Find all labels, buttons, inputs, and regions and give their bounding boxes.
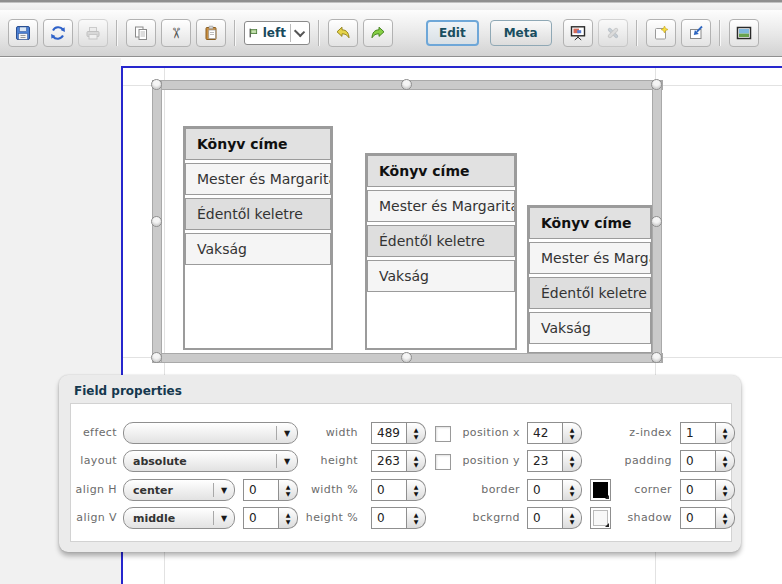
height-pct-input[interactable]: [371, 507, 407, 529]
list-item: Vakság: [185, 233, 331, 265]
chevron-down-icon[interactable]: [294, 26, 306, 38]
spinner-buttons[interactable]: ▲▼: [716, 507, 735, 529]
position-x-label: position x: [440, 422, 520, 444]
edit-tab-button[interactable]: Edit: [426, 20, 479, 46]
list-item: Mester és Margarita: [367, 190, 515, 222]
list-item: Mester és Margarita: [185, 163, 331, 195]
list-item: Édentől keletre: [367, 225, 515, 257]
cut-button[interactable]: ✂: [161, 19, 191, 47]
toolbar-separator: [234, 20, 236, 46]
align-h-select[interactable]: center ▼: [123, 479, 235, 501]
height-input[interactable]: [371, 450, 407, 472]
copy-button[interactable]: [126, 19, 156, 47]
z-index-input[interactable]: [680, 422, 716, 444]
list-field-3[interactable]: Könyv címe Mester és Margarita Édentől k…: [527, 205, 653, 354]
resize-handle-top-right[interactable]: [651, 79, 662, 90]
height-pct-spinner[interactable]: ▲▼: [371, 507, 426, 529]
spinner-buttons[interactable]: ▲▼: [563, 450, 582, 472]
shadow-label: shadow: [592, 507, 672, 529]
undo-arrow-icon: [335, 25, 351, 41]
width-input[interactable]: [371, 422, 407, 444]
border-input[interactable]: [527, 479, 563, 501]
border-spinner[interactable]: ▲▼: [527, 479, 582, 501]
corner-spinner[interactable]: ▲▼: [680, 479, 735, 501]
list-item: Mester és Margarita: [529, 242, 651, 274]
spinner-buttons[interactable]: ▲▼: [716, 422, 735, 444]
corner-label: corner: [592, 479, 672, 501]
resize-handle-top-left[interactable]: [151, 79, 162, 90]
width-pct-input[interactable]: [371, 479, 407, 501]
undo-button[interactable]: [328, 19, 358, 47]
align-flag-icon: [248, 26, 259, 40]
height-spinner[interactable]: ▲▼: [371, 450, 426, 472]
align-h-label: align H: [67, 479, 117, 501]
list-header: Könyv címe: [529, 207, 651, 239]
preview-button[interactable]: [563, 19, 593, 47]
resize-handle-middle-left[interactable]: [151, 216, 162, 227]
list-item: Édentől keletre: [185, 198, 331, 230]
projector-screen-icon: [570, 25, 586, 41]
paste-button[interactable]: [196, 19, 226, 47]
spinner-buttons[interactable]: ▲▼: [563, 422, 582, 444]
align-h-offset-input[interactable]: [243, 479, 279, 501]
corner-input[interactable]: [680, 479, 716, 501]
spinner-buttons[interactable]: ▲▼: [407, 479, 426, 501]
list-item: Vakság: [367, 260, 515, 292]
resize-handle-middle-right[interactable]: [651, 216, 662, 227]
dropdown-arrow-icon[interactable]: ▼: [214, 486, 234, 495]
refresh-button[interactable]: [43, 19, 73, 47]
position-y-input[interactable]: [527, 450, 563, 472]
z-index-spinner[interactable]: ▲▼: [680, 422, 735, 444]
spinner-buttons[interactable]: ▲▼: [563, 479, 582, 501]
spinner-buttons[interactable]: ▲▼: [563, 507, 582, 529]
shadow-input[interactable]: [680, 507, 716, 529]
align-dropdown[interactable]: left: [244, 21, 310, 45]
bckgrnd-input[interactable]: [527, 507, 563, 529]
effect-select[interactable]: ▼: [123, 422, 298, 444]
layout-select[interactable]: absolute ▼: [123, 450, 298, 472]
window-top-strip: [0, 0, 782, 10]
resize-handle-top-center[interactable]: [401, 79, 412, 90]
resize-handle-bottom-right[interactable]: [651, 352, 662, 363]
width-spinner[interactable]: ▲▼: [371, 422, 426, 444]
refresh-icon: [50, 25, 66, 41]
toolbar-separator: [636, 20, 638, 46]
copy-icon: [133, 25, 149, 41]
bckgrnd-label: bckgrnd: [440, 507, 520, 529]
padding-spinner[interactable]: ▲▼: [680, 450, 735, 472]
insert-field-button[interactable]: [681, 19, 711, 47]
bckgrnd-spinner[interactable]: ▲▼: [527, 507, 582, 529]
align-h-value: center: [124, 484, 213, 497]
redo-button[interactable]: [363, 19, 393, 47]
align-v-offset-input[interactable]: [243, 507, 279, 529]
print-button[interactable]: [78, 19, 108, 47]
position-x-spinner[interactable]: ▲▼: [527, 422, 582, 444]
list-header: Könyv címe: [185, 128, 331, 160]
spinner-buttons[interactable]: ▲▼: [407, 450, 426, 472]
meta-tab-button[interactable]: Meta: [490, 20, 552, 46]
resize-handle-bottom-center[interactable]: [401, 352, 412, 363]
list-field-1[interactable]: Könyv címe Mester és Margarita Édentől k…: [183, 126, 333, 350]
spinner-buttons[interactable]: ▲▼: [716, 450, 735, 472]
image-icon: [736, 25, 752, 41]
align-dropdown-value: left: [263, 26, 286, 40]
list-field-2[interactable]: Könyv címe Mester és Margarita Édentől k…: [365, 153, 517, 350]
align-v-select[interactable]: middle ▼: [123, 507, 235, 529]
spinner-buttons[interactable]: ▲▼: [407, 422, 426, 444]
shadow-spinner[interactable]: ▲▼: [680, 507, 735, 529]
paste-icon: [203, 25, 219, 41]
list-item: Édentől keletre: [529, 277, 651, 309]
dropdown-arrow-icon[interactable]: ▼: [214, 514, 234, 523]
save-button[interactable]: [8, 19, 38, 47]
spinner-buttons[interactable]: ▲▼: [716, 479, 735, 501]
tools-button[interactable]: [598, 19, 628, 47]
image-button[interactable]: [729, 19, 759, 47]
position-x-input[interactable]: [527, 422, 563, 444]
spinner-buttons[interactable]: ▲▼: [407, 507, 426, 529]
tools-icon: [605, 25, 621, 41]
padding-input[interactable]: [680, 450, 716, 472]
position-y-spinner[interactable]: ▲▼: [527, 450, 582, 472]
resize-handle-bottom-left[interactable]: [151, 352, 162, 363]
width-pct-spinner[interactable]: ▲▼: [371, 479, 426, 501]
new-field-button[interactable]: [646, 19, 676, 47]
